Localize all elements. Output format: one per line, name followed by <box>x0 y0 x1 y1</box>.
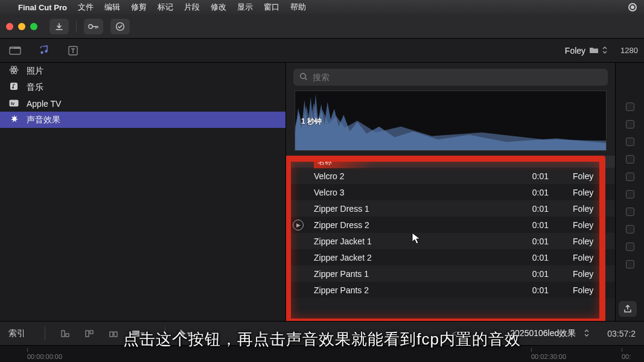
insert-clip-icon[interactable] <box>81 327 97 340</box>
menu-edit[interactable]: 编辑 <box>104 2 120 13</box>
menu-window[interactable]: 窗口 <box>264 2 279 13</box>
sidebar-item-label: 照片 <box>27 66 43 77</box>
svg-text:tv: tv <box>11 101 14 105</box>
svg-point-4 <box>11 47 12 48</box>
sidebar-item-photos[interactable]: 照片 <box>0 63 285 79</box>
sound-category: Foley <box>549 204 615 214</box>
folder-icon <box>589 46 599 56</box>
browser-content: 1 秒钟 名称 Velcro 20:01FoleyVelcro 30:01Fol… <box>286 63 615 321</box>
menu-modify[interactable]: 修改 <box>211 2 226 13</box>
share-button[interactable] <box>619 301 637 317</box>
connect-clip-icon[interactable] <box>57 327 73 340</box>
sidebar-item-sound-effects[interactable]: 声音效果 <box>0 112 285 128</box>
import-button[interactable] <box>49 19 69 34</box>
sound-name: Zipper Pants 1 <box>310 269 506 279</box>
svg-point-0 <box>89 24 92 28</box>
sound-duration: 0:01 <box>506 285 549 295</box>
table-row[interactable]: Zipper Pants 10:01Foley <box>286 265 615 282</box>
svg-point-5 <box>13 47 14 48</box>
search-input[interactable] <box>313 72 602 82</box>
menu-trim[interactable]: 修剪 <box>131 2 147 13</box>
checkbox[interactable] <box>626 225 634 233</box>
keyword-button[interactable] <box>84 19 103 34</box>
window-toolbar <box>0 14 644 39</box>
checkbox[interactable] <box>626 155 634 164</box>
search-input-wrap[interactable] <box>293 69 608 86</box>
background-tasks-button[interactable] <box>110 19 130 34</box>
sound-category: Foley <box>549 171 615 181</box>
svg-rect-13 <box>10 83 18 90</box>
project-name-label[interactable]: 20250106led效果 <box>510 328 576 339</box>
index-button[interactable]: 索引 <box>8 328 25 339</box>
library-tab-icon[interactable] <box>6 42 24 59</box>
checkbox[interactable] <box>626 120 634 129</box>
window-traffic-lights <box>6 23 37 30</box>
table-row[interactable]: Zipper Pants 20:01Foley <box>286 282 615 298</box>
menu-file[interactable]: 文件 <box>78 2 94 13</box>
sound-duration: 0:01 <box>506 269 549 279</box>
sidebar-item-label: Apple TV <box>27 99 61 109</box>
checkbox[interactable] <box>626 138 634 146</box>
checkbox[interactable] <box>626 173 634 181</box>
sidebar-item-label: 声音效果 <box>27 115 60 125</box>
overwrite-clip-icon[interactable]: ▾ <box>130 327 145 340</box>
photos-music-tab-icon[interactable] <box>35 42 53 59</box>
sound-duration: 0:01 <box>506 237 549 246</box>
timeline-ruler[interactable]: 00:00:00:0000:02:30:0000: <box>0 345 644 362</box>
minimize-window-button[interactable] <box>18 23 25 30</box>
checkbox[interactable] <box>626 208 634 216</box>
svg-rect-21 <box>90 331 93 334</box>
sound-name: Zipper Dress 1 <box>310 204 506 214</box>
table-row[interactable]: Velcro 30:01Foley <box>286 184 615 200</box>
main-area: 照片 音乐 tv Apple TV 声音效果 <box>0 63 644 321</box>
table-header[interactable]: 名称 <box>286 156 615 168</box>
menu-help[interactable]: 帮助 <box>290 2 306 13</box>
table-row[interactable]: Velcro 20:01Foley <box>286 168 615 184</box>
sidebar-item-label: 音乐 <box>27 82 43 93</box>
close-window-button[interactable] <box>6 23 13 30</box>
svg-rect-23 <box>114 332 117 337</box>
zoom-window-button[interactable] <box>30 23 37 30</box>
svg-rect-20 <box>86 331 89 337</box>
menu-mark[interactable]: 标记 <box>158 2 173 13</box>
play-preview-button[interactable]: ▶ <box>286 220 310 230</box>
sound-category: Foley <box>549 188 615 197</box>
ruler-tick: 00:00:00:00 <box>27 348 62 360</box>
svg-point-6 <box>40 51 43 53</box>
table-row[interactable]: ▶Zipper Dress 20:01Foley <box>286 217 615 233</box>
screen-record-icon[interactable] <box>628 3 637 11</box>
app-name[interactable]: Final Cut Pro <box>18 3 67 12</box>
select-tool-icon[interactable]: ▾ <box>177 327 193 340</box>
column-name-header[interactable]: 名称 <box>314 156 398 168</box>
append-clip-icon[interactable] <box>106 327 121 340</box>
checkbox[interactable] <box>626 103 634 111</box>
sidebar: 照片 音乐 tv Apple TV 声音效果 <box>0 63 286 321</box>
checkbox[interactable] <box>626 260 634 268</box>
menu-clip[interactable]: 片段 <box>184 2 200 13</box>
scrub-arrow-icon[interactable]: < <box>452 329 457 338</box>
chevron-updown-icon[interactable] <box>584 329 589 338</box>
waveform-preview[interactable]: 1 秒钟 <box>295 91 607 151</box>
table-row[interactable]: Zipper Jacket 10:01Foley <box>286 233 615 249</box>
waveform-duration-label: 1 秒钟 <box>301 116 322 127</box>
table-row[interactable]: Zipper Jacket 20:01Foley <box>286 249 615 265</box>
macos-menubar: Final Cut Pro 文件 编辑 修剪 标记 片段 修改 显示 窗口 帮助 <box>0 0 644 14</box>
sidebar-item-appletv[interactable]: tv Apple TV <box>0 95 285 112</box>
ruler-tick: 00: <box>622 348 631 360</box>
sound-category: Foley <box>549 269 615 279</box>
category-dropdown-label[interactable]: Foley <box>565 46 585 56</box>
sound-name: Velcro 3 <box>310 188 506 197</box>
sound-name: Velcro 2 <box>310 171 506 181</box>
sound-category: Foley <box>549 285 615 295</box>
checkbox[interactable] <box>626 243 634 251</box>
menu-view[interactable]: 显示 <box>237 2 253 13</box>
chevron-updown-icon[interactable] <box>602 46 607 55</box>
sound-category: Foley <box>549 237 615 246</box>
svg-point-14 <box>12 87 14 89</box>
sound-list: 名称 Velcro 20:01FoleyVelcro 30:01FoleyZip… <box>286 156 615 321</box>
svg-rect-24 <box>132 331 139 337</box>
checkbox[interactable] <box>626 190 634 198</box>
sidebar-item-music[interactable]: 音乐 <box>0 79 285 95</box>
titles-tab-icon[interactable] <box>64 42 82 59</box>
table-row[interactable]: Zipper Dress 10:01Foley <box>286 200 615 217</box>
